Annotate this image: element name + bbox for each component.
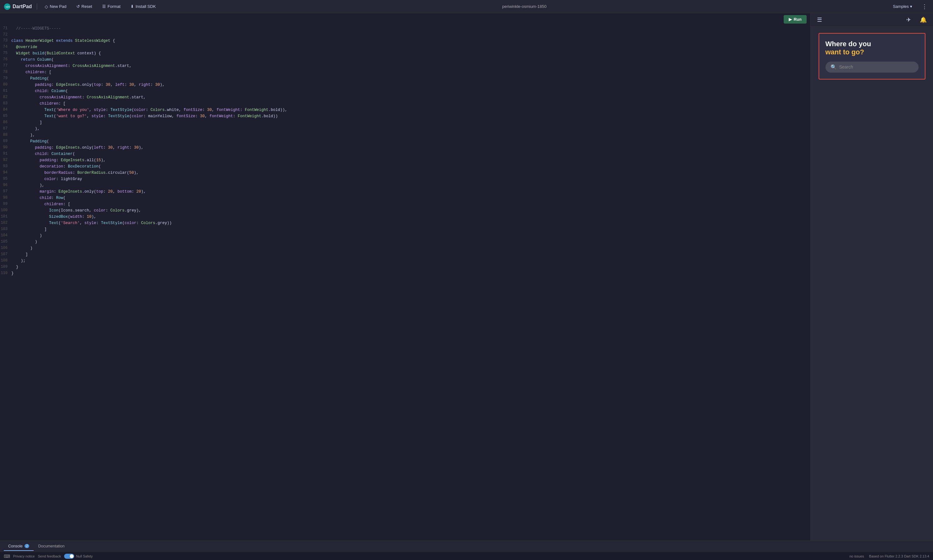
editor-toolbar: ▶ Run: [0, 13, 810, 25]
preview-content: Where do you want to go? 🔍 Search: [811, 27, 933, 540]
null-safety-label: Null Safety: [76, 554, 93, 558]
menu-icon: ⋮: [922, 3, 927, 10]
install-sdk-icon: ⬇: [131, 4, 134, 9]
table-row: 94 borderRadius: BorderRadius.circular(5…: [0, 170, 810, 176]
hamburger-menu-button[interactable]: ☰: [816, 16, 823, 24]
status-left: ⌨ Privacy notice Send feedback Null Safe…: [4, 554, 93, 559]
table-row: 87 ),: [0, 126, 810, 132]
tab-console[interactable]: Console 2: [4, 542, 34, 551]
search-text: Search: [839, 65, 853, 69]
airplane-mode-button[interactable]: ✈: [905, 16, 912, 24]
format-label: Format: [108, 4, 120, 9]
table-row: 104 ): [0, 232, 810, 239]
run-icon: ▶: [789, 17, 792, 22]
table-row: 102 Text('Search', style: TextStyle(colo…: [0, 220, 810, 226]
table-row: 88 ),: [0, 132, 810, 138]
reset-icon: ↺: [76, 4, 80, 9]
table-row: 109 }: [0, 264, 810, 270]
code-editor[interactable]: 71 //-----WIDGETS-----7273class HeaderWi…: [0, 25, 810, 540]
console-badge: 2: [25, 544, 29, 548]
brand: </> DartPad: [4, 3, 32, 10]
table-row: 89 Padding(: [0, 138, 810, 145]
table-row: 86 ]: [0, 119, 810, 126]
keyboard-icon: ⌨: [4, 554, 10, 559]
bottom-tabs: Console 2 Documentation: [4, 542, 69, 551]
tab-console-label: Console: [8, 544, 23, 548]
preview-toolbar: ☰ ✈ 🔔: [811, 13, 933, 27]
format-icon: ☰: [102, 4, 106, 9]
privacy-notice-link[interactable]: Privacy notice: [13, 554, 35, 558]
table-row: 101 SizedBox(width: 10),: [0, 214, 810, 220]
table-row: 93 decoration: BoxDecoration(: [0, 163, 810, 170]
no-issues-text: no issues: [849, 554, 864, 558]
table-row: 71 //-----WIDGETS-----: [0, 25, 810, 32]
editor-panel: ▶ Run 71 //-----WIDGETS-----7273class He…: [0, 13, 810, 540]
new-pad-icon: ◇: [45, 4, 48, 9]
table-row: 84 Text('Where do you', style: TextStyle…: [0, 107, 810, 113]
samples-dropdown[interactable]: Samples ▾: [890, 3, 915, 10]
null-safety-switch[interactable]: [64, 554, 74, 559]
status-bar: ⌨ Privacy notice Send feedback Null Safe…: [0, 552, 933, 560]
dartpad-logo: </>: [4, 3, 11, 10]
send-feedback-link[interactable]: Send feedback: [38, 554, 61, 558]
status-right: no issues Based on Flutter 2.2.3 Dart SD…: [849, 554, 929, 558]
table-row: 79 Padding(: [0, 75, 810, 82]
reset-button[interactable]: ↺ Reset: [74, 3, 95, 10]
null-safety-toggle[interactable]: Null Safety: [64, 554, 93, 559]
table-row: 98 child: Row(: [0, 195, 810, 201]
table-row: 99 children: [: [0, 201, 810, 208]
table-row: 82 crossAxisAlignment: CrossAxisAlignmen…: [0, 94, 810, 100]
install-sdk-button[interactable]: ⬇ Install SDK: [128, 3, 158, 10]
bell-icon: 🔔: [920, 17, 927, 23]
widget-title-line1: Where do you: [825, 40, 919, 48]
table-row: 95 color: lightGray: [0, 176, 810, 182]
table-row: 75 Widget build(BuildContext context) {: [0, 50, 810, 57]
table-row: 90 padding: EdgeInsets.only(left: 30, ri…: [0, 145, 810, 151]
table-row: 81 child: Column(: [0, 88, 810, 94]
table-row: 72: [0, 32, 810, 38]
format-button[interactable]: ☰ Format: [100, 3, 123, 10]
menu-button[interactable]: ⋮: [920, 2, 929, 11]
table-row: 106 ): [0, 245, 810, 251]
run-label: Run: [794, 17, 802, 22]
svg-text:</>: </>: [6, 5, 10, 8]
new-pad-label: New Pad: [50, 4, 66, 9]
table-row: 74 @override: [0, 44, 810, 50]
table-row: 108 );: [0, 258, 810, 264]
main-area: ▶ Run 71 //-----WIDGETS-----7273class He…: [0, 13, 933, 540]
table-row: 110}: [0, 270, 810, 277]
tab-documentation[interactable]: Documentation: [34, 542, 69, 551]
preview-icons: ✈ 🔔: [905, 16, 928, 24]
table-row: 83 children: [: [0, 100, 810, 107]
widget-search-box: 🔍 Search: [825, 62, 919, 72]
table-row: 92 padding: EdgeInsets.all(15),: [0, 157, 810, 163]
preview-panel: ☰ ✈ 🔔 Where do you want to go? 🔍 Search: [810, 13, 933, 540]
chevron-down-icon: ▾: [910, 4, 912, 9]
table-row: 100 Icon(Icons.search, color: Colors.gre…: [0, 208, 810, 214]
document-title: periwinkle-osmium-1850: [163, 4, 885, 9]
run-button[interactable]: ▶ Run: [784, 15, 807, 23]
flutter-widget-preview: Where do you want to go? 🔍 Search: [819, 33, 925, 80]
notification-button[interactable]: 🔔: [919, 16, 928, 24]
table-row: 103 ]: [0, 226, 810, 232]
install-sdk-label: Install SDK: [135, 4, 156, 9]
search-icon: 🔍: [830, 64, 837, 70]
new-pad-button[interactable]: ◇ New Pad: [42, 3, 69, 10]
table-row: 107 ]: [0, 251, 810, 258]
table-row: 96 ),: [0, 182, 810, 189]
table-row: 97 margin: EdgeInsets.only(top: 20, bott…: [0, 189, 810, 195]
table-row: 105 ): [0, 239, 810, 245]
reset-label: Reset: [82, 4, 92, 9]
brand-name: DartPad: [12, 4, 32, 9]
table-row: 85 Text('want to go?', style: TextStyle(…: [0, 113, 810, 119]
table-row: 76 return Column(: [0, 57, 810, 63]
divider: [37, 3, 37, 10]
table-row: 73class HeaderWidget extends StatelessWi…: [0, 38, 810, 44]
table-row: 80 padding: EdgeInsets.only(top: 30, lef…: [0, 82, 810, 88]
hamburger-icon: ☰: [817, 17, 822, 23]
table-row: 91 child: Container(: [0, 151, 810, 157]
flutter-info-text: Based on Flutter 2.2.3 Dart SDK 2.13.4: [869, 554, 929, 558]
samples-label: Samples: [893, 4, 909, 9]
table-row: 77 crossAxisAlignment: CrossAxisAlignmen…: [0, 63, 810, 69]
table-row: 78 children: [: [0, 69, 810, 75]
